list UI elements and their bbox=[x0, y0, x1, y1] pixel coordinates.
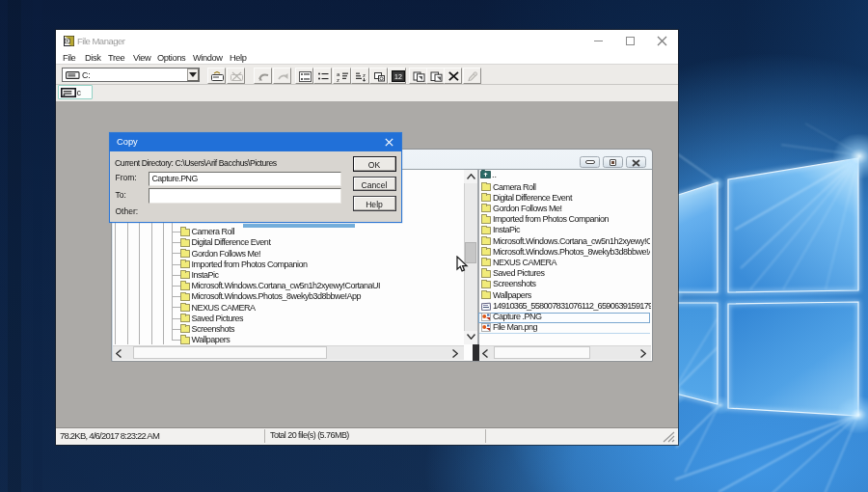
svg-text:z: z bbox=[337, 77, 339, 82]
svg-text:z: z bbox=[363, 72, 366, 78]
svg-text:12: 12 bbox=[394, 73, 402, 80]
